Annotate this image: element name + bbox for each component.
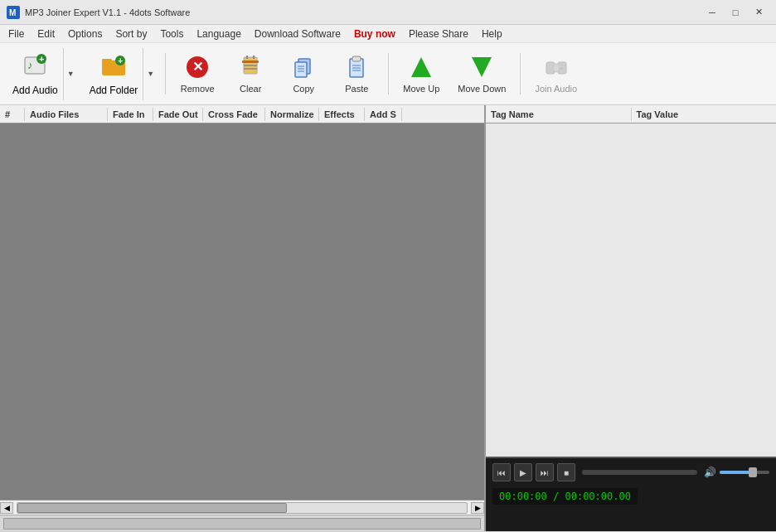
add-folder-button[interactable]: + Add Folder ▼: [84, 47, 159, 101]
scroll-left-arrow[interactable]: ◀: [0, 502, 13, 514]
remove-button[interactable]: ✕ Remove: [172, 47, 222, 101]
svg-rect-19: [295, 62, 307, 77]
menu-please-share[interactable]: Please Share: [402, 27, 475, 41]
svg-text:+: +: [118, 56, 123, 65]
join-audio-label: Join Audio: [535, 84, 577, 94]
separator-1: [165, 53, 166, 94]
player-controls: ⏮ ▶ ⏭ ■ 🔊: [486, 458, 776, 486]
audio-table-header: # Audio Files Fade In Fade Out Cross Fad…: [0, 105, 484, 123]
menu-options[interactable]: Options: [61, 27, 109, 41]
player-skip-start[interactable]: ⏮: [492, 463, 511, 481]
svg-text:✕: ✕: [192, 60, 203, 74]
add-audio-icon: ♪ +: [22, 52, 48, 81]
move-down-icon: [468, 54, 495, 80]
menu-buy-now[interactable]: Buy now: [347, 27, 402, 41]
volume-slider[interactable]: [720, 471, 769, 474]
add-audio-chevron: ▼: [67, 70, 75, 78]
player-skip-next[interactable]: ⏭: [536, 463, 554, 481]
col-header-fadein: Fade In: [108, 108, 153, 121]
volume-thumb: [749, 467, 757, 477]
scroll-right-arrow[interactable]: ▶: [471, 502, 484, 514]
menu-download-software[interactable]: Download Software: [248, 27, 347, 41]
player-volume: 🔊: [704, 467, 769, 478]
move-down-label: Move Down: [458, 84, 506, 94]
player-time: 00:00:00 / 00:00:00.00: [486, 486, 776, 510]
close-button[interactable]: ✕: [748, 4, 769, 21]
add-folder-icon: +: [100, 52, 127, 81]
menu-bar: File Edit Options Sort by Tools Language…: [0, 25, 776, 43]
col-header-adds: Add S: [365, 108, 402, 121]
tag-table-body: [486, 123, 776, 457]
join-audio-button[interactable]: → Join Audio: [527, 47, 584, 101]
h-scrollbar[interactable]: [17, 502, 468, 514]
svg-marker-28: [411, 57, 431, 77]
add-folder-main[interactable]: + Add Folder: [85, 49, 143, 99]
add-audio-dropdown[interactable]: ▼: [63, 48, 78, 100]
col-header-files: Audio Files: [25, 108, 108, 121]
separator-3: [520, 53, 521, 94]
paste-button[interactable]: Paste: [332, 47, 381, 101]
player-progress-bar[interactable]: [582, 470, 697, 475]
menu-sort-by[interactable]: Sort by: [109, 27, 153, 41]
svg-point-33: [553, 64, 560, 72]
svg-marker-29: [472, 57, 492, 77]
col-header-normalize: Normalize: [265, 108, 319, 121]
svg-rect-7: [102, 59, 112, 62]
copy-label: Copy: [293, 84, 314, 94]
move-up-icon: [408, 54, 434, 80]
copy-button[interactable]: Copy: [279, 47, 328, 101]
separator-2: [388, 53, 389, 94]
move-up-label: Move Up: [403, 84, 439, 94]
move-up-button[interactable]: Move Up: [395, 47, 447, 101]
col-header-tag-name: Tag Name: [486, 108, 632, 121]
col-header-tag-value: Tag Value: [632, 108, 777, 121]
status-bar-inner: [3, 518, 481, 530]
menu-tools[interactable]: Tools: [153, 27, 190, 41]
add-folder-dropdown[interactable]: ▼: [143, 48, 158, 100]
audio-table-body: [0, 123, 484, 500]
join-audio-icon: →: [543, 54, 570, 80]
right-panel: Tag Name Tag Value ⏮ ▶ ⏭ ■ 🔊: [486, 105, 776, 531]
menu-edit[interactable]: Edit: [31, 27, 61, 41]
remove-label: Remove: [181, 84, 215, 94]
main-content: # Audio Files Fade In Fade Out Cross Fad…: [0, 105, 776, 531]
left-panel: # Audio Files Fade In Fade Out Cross Fad…: [0, 105, 486, 531]
paste-label: Paste: [345, 84, 368, 94]
add-audio-button[interactable]: ♪ + Add Audio ▼: [7, 47, 79, 101]
svg-rect-13: [242, 60, 259, 63]
status-bar: [0, 515, 484, 531]
svg-text:M: M: [9, 8, 16, 17]
svg-text:+: +: [39, 54, 44, 64]
time-display: 00:00:00 / 00:00:00.00: [492, 488, 638, 505]
h-scroll-area: ◀ ▶: [0, 500, 484, 515]
svg-rect-24: [352, 56, 361, 61]
menu-language[interactable]: Language: [190, 27, 247, 41]
menu-file[interactable]: File: [2, 27, 31, 41]
toolbar: ♪ + Add Audio ▼ + Add Folder: [0, 43, 776, 105]
minimize-button[interactable]: ─: [701, 4, 723, 21]
maximize-button[interactable]: □: [725, 4, 746, 21]
col-header-crossfade: Cross Fade: [203, 108, 265, 121]
app-icon: M: [7, 6, 20, 19]
svg-text:♪: ♪: [27, 59, 33, 71]
col-header-hash: #: [0, 108, 25, 121]
move-down-button[interactable]: Move Down: [450, 47, 513, 101]
title-bar: M MP3 Joiner Expert V1.1 - 4dots Softwar…: [0, 0, 776, 25]
add-audio-main[interactable]: ♪ + Add Audio: [7, 49, 63, 99]
add-folder-label: Add Folder: [90, 85, 138, 96]
h-scrollbar-thumb: [17, 503, 287, 513]
player-play[interactable]: ▶: [514, 463, 532, 481]
col-header-fadeout: Fade Out: [153, 108, 203, 121]
add-folder-chevron: ▼: [147, 70, 154, 78]
window-title: MP3 Joiner Expert V1.1 - 4dots Software: [25, 7, 190, 17]
clear-label: Clear: [240, 84, 261, 94]
title-bar-left: M MP3 Joiner Expert V1.1 - 4dots Softwar…: [7, 6, 190, 19]
media-player: ⏮ ▶ ⏭ ■ 🔊 00:00:00 / 00:00:00.00: [486, 457, 776, 531]
copy-icon: [290, 54, 317, 80]
title-bar-controls: ─ □ ✕: [701, 4, 769, 21]
menu-help[interactable]: Help: [475, 27, 509, 41]
add-audio-label: Add Audio: [12, 85, 58, 96]
tag-table-header: Tag Name Tag Value: [486, 105, 776, 123]
player-stop[interactable]: ■: [557, 463, 575, 481]
clear-button[interactable]: Clear: [226, 47, 275, 101]
